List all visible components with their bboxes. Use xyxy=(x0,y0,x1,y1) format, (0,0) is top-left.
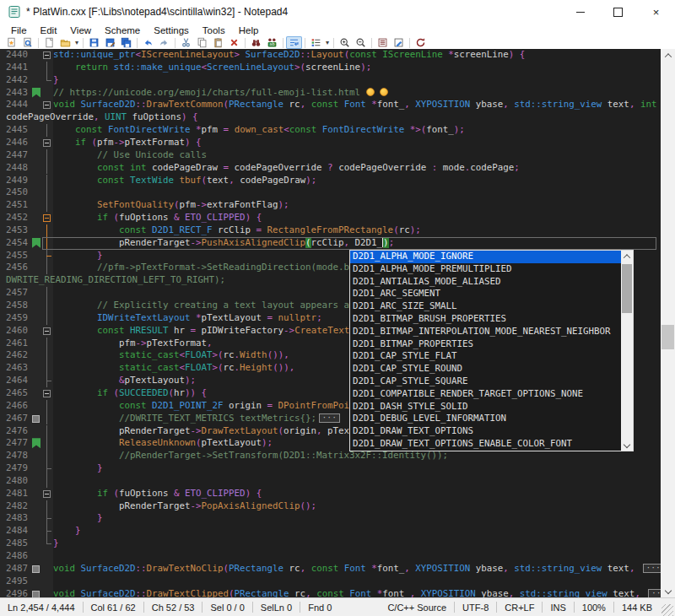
autocomplete-item[interactable]: D2D1_ALPHA_MODE_PREMULTIPLIED xyxy=(350,263,633,276)
line-number[interactable]: 2442 xyxy=(0,74,28,87)
line-number[interactable]: 2482 xyxy=(0,500,28,513)
save-all-button[interactable] xyxy=(118,36,134,49)
save-as-button[interactable] xyxy=(102,36,118,49)
folded-region-icon[interactable] xyxy=(32,591,40,597)
status-left-3[interactable]: Sel 0 / 0 xyxy=(202,602,251,613)
code-line[interactable]: 2485} xyxy=(0,538,661,550)
paste-button[interactable] xyxy=(210,36,226,49)
code-line[interactable]: 2495 xyxy=(0,575,661,588)
undo-button[interactable] xyxy=(140,36,156,49)
new-file-button[interactable] xyxy=(41,36,57,49)
menu-item-edit[interactable]: Edit xyxy=(34,25,64,35)
autocomplete-item[interactable]: D2D1_DRAW_TEXT_OPTIONS xyxy=(350,425,633,438)
zoom-in-button[interactable] xyxy=(337,36,353,49)
line-number[interactable]: 2447 xyxy=(0,149,28,162)
code-line[interactable]: 2486 xyxy=(0,550,661,563)
line-number[interactable]: 2480 xyxy=(0,475,28,488)
status-left-4[interactable]: SelLn 0 xyxy=(253,602,300,613)
line-number[interactable]: 2445 xyxy=(0,124,28,137)
code-line[interactable]: 2453 const D2D1_RECT_F rcClip = Rectangl… xyxy=(0,224,661,237)
status-left-2[interactable]: Ch 52 / 53 xyxy=(144,602,202,613)
favorites-button[interactable] xyxy=(3,36,19,49)
open-folder-button[interactable] xyxy=(57,36,73,49)
status-right-4[interactable]: 100% xyxy=(575,602,613,613)
menu-item-scheme[interactable]: Scheme xyxy=(98,25,147,35)
status-right-0[interactable]: C/C++ Source xyxy=(380,602,454,613)
autocomplete-item[interactable]: D2D1_ARC_SIZE_SMALL xyxy=(350,300,633,313)
scrollbar-thumb[interactable] xyxy=(662,325,674,349)
line-number[interactable]: 2479 xyxy=(0,462,28,475)
line-number[interactable]: 2458 xyxy=(0,300,28,312)
code-line[interactable]: 2478 //pRenderTarget->SetTransform(D2D1:… xyxy=(0,450,661,462)
line-number[interactable]: 2446 xyxy=(0,137,28,149)
menu-item-file[interactable]: File xyxy=(4,25,34,35)
code-line[interactable]: 2447 // Use Unicode calls xyxy=(0,149,661,162)
delete-button[interactable] xyxy=(226,36,242,49)
fold-collapse-button[interactable] xyxy=(43,327,51,335)
status-right-5[interactable]: 144 KB xyxy=(614,602,660,613)
line-number[interactable]: 2444 xyxy=(0,99,28,111)
fold-collapse-button[interactable] xyxy=(43,51,51,59)
scheme-select-dropdown[interactable]: ▾ xyxy=(324,39,331,46)
autocomplete-item[interactable]: D2D1_BITMAP_BRUSH_PROPERTIES xyxy=(350,313,633,326)
fold-collapse-button[interactable] xyxy=(43,214,51,222)
code-line[interactable]: 2441 return std::make_unique<ScreenLineL… xyxy=(0,62,661,74)
line-number[interactable]: 2452 xyxy=(0,212,28,224)
line-number[interactable]: 2460 xyxy=(0,325,28,338)
autocomplete-item[interactable]: D2D1_BITMAP_PROPERTIES xyxy=(350,338,633,351)
line-number[interactable]: 2487 xyxy=(0,563,28,575)
word-wrap-button[interactable] xyxy=(286,36,302,49)
code-line[interactable]: 2448 const int codePageDraw = codePageOv… xyxy=(0,162,661,175)
line-number[interactable]: 2451 xyxy=(0,199,28,212)
code-line[interactable]: 2440std::unique_ptr<IScreenLineLayout> S… xyxy=(0,49,661,62)
autocomplete-item[interactable]: D2D1_CAP_STYLE_ROUND xyxy=(350,363,633,376)
line-number[interactable]: 2485 xyxy=(0,538,28,550)
menu-item-view[interactable]: View xyxy=(63,25,98,35)
close-button[interactable]: × xyxy=(637,0,675,24)
line-number[interactable]: 2484 xyxy=(0,525,28,538)
line-number[interactable]: 2457 xyxy=(0,287,28,300)
code-line[interactable]: 2449 const TextWide tbuf(text, codePageD… xyxy=(0,175,661,187)
line-number[interactable]: 2463 xyxy=(0,362,28,375)
open-folder-dropdown[interactable]: ▾ xyxy=(73,39,80,46)
autocomplete-item[interactable]: D2D1_DASH_STYLE_SOLID xyxy=(350,401,633,413)
maximize-button[interactable] xyxy=(599,0,637,24)
code-line[interactable]: 2496void SurfaceD2D::DrawTextClipped(PRe… xyxy=(0,588,661,597)
autocomplete-item[interactable]: D2D1_DEBUG_LEVEL_INFORMATION xyxy=(350,413,633,425)
fold-collapse-button[interactable] xyxy=(43,139,51,147)
line-number[interactable]: 2476 xyxy=(0,425,28,438)
line-number[interactable]: 2459 xyxy=(0,312,28,325)
scroll-down-arrow-icon[interactable] xyxy=(621,439,633,451)
line-number[interactable]: 2450 xyxy=(0,186,28,199)
line-number[interactable]: 2496 xyxy=(0,588,28,597)
line-number[interactable]: 2440 xyxy=(0,49,28,62)
find-button[interactable] xyxy=(248,36,264,49)
scroll-up-arrow-icon[interactable] xyxy=(621,251,633,262)
view-document-button[interactable] xyxy=(375,36,391,49)
line-number[interactable]: 2454 xyxy=(0,237,28,250)
line-number[interactable]: 2456 xyxy=(0,262,28,274)
autocomplete-item[interactable]: D2D1_CAP_STYLE_FLAT xyxy=(350,350,633,363)
menu-item-settings[interactable]: Settings xyxy=(147,25,196,35)
zoom-out-button[interactable] xyxy=(353,36,369,49)
save-button[interactable] xyxy=(86,36,102,49)
line-number[interactable]: 2466 xyxy=(0,400,28,413)
line-number[interactable]: 2478 xyxy=(0,450,28,462)
line-number[interactable]: 2486 xyxy=(0,550,28,563)
replace-button[interactable]: ab xyxy=(264,36,280,49)
browse-button[interactable] xyxy=(19,36,35,49)
line-number[interactable]: 2443 xyxy=(0,87,28,100)
resize-grip[interactable] xyxy=(662,604,673,616)
menu-item-help[interactable]: Help xyxy=(232,25,266,35)
line-number[interactable]: 2453 xyxy=(0,224,28,237)
autocomplete-item[interactable]: D2D1_DRAW_TEXT_OPTIONS_ENABLE_COLOR_FONT xyxy=(350,438,633,451)
view-edit-button[interactable] xyxy=(391,36,407,49)
line-number[interactable]: 2441 xyxy=(0,62,28,74)
folded-region-icon[interactable] xyxy=(32,565,40,573)
status-left-1[interactable]: Col 61 / 62 xyxy=(84,602,143,613)
redo-button[interactable] xyxy=(156,36,172,49)
autocomplete-scrollbar-thumb[interactable] xyxy=(622,264,632,313)
line-number[interactable]: 2464 xyxy=(0,375,28,387)
reload-button[interactable] xyxy=(413,36,429,49)
autocomplete-item[interactable]: D2D1_CAP_STYLE_SQUARE xyxy=(350,376,633,388)
